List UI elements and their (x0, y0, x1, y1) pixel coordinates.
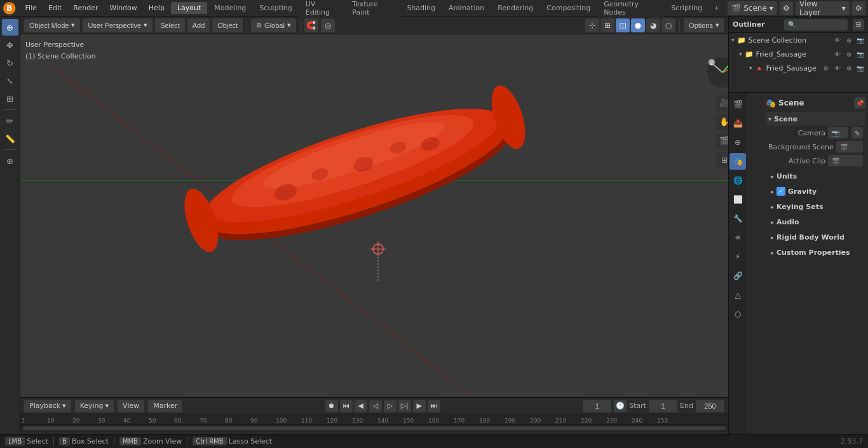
outliner-item-fried-sausage-mesh[interactable]: ▾ 🔺 Fried_Sausage ⚙ 👁 ⊕ 📷 (729, 61, 868, 75)
view-layer-selector[interactable]: View Layer ▾ (796, 1, 850, 15)
outliner-item-scene-collection[interactable]: ▾ 📁 Scene Collection 👁 ⊕ 📷 (729, 33, 868, 47)
solid-shading-button[interactable]: ● (631, 18, 645, 32)
restrict-view-icon-2[interactable]: 👁 (832, 49, 843, 59)
frame-clock-icon[interactable]: 🕐 (614, 400, 627, 412)
current-frame-input[interactable] (583, 400, 611, 412)
restrict-select-icon[interactable]: ⊕ (844, 35, 854, 45)
material-tab[interactable]: ○ (729, 306, 746, 322)
properties-pin-icon[interactable]: 📌 (854, 97, 865, 109)
record-button[interactable]: ⏺ (325, 400, 338, 412)
menu-edit[interactable]: Edit (43, 3, 67, 13)
workspace-tab-rendering[interactable]: Rendering (491, 2, 539, 14)
camera-edit-button[interactable]: ✎ (851, 127, 863, 139)
workspace-tab-layout[interactable]: Layout (171, 2, 207, 14)
workspace-add-button[interactable]: ＋ (709, 2, 724, 14)
modifier-tab[interactable]: 🔧 (729, 210, 746, 227)
marker-menu-button[interactable]: Marker (148, 400, 182, 412)
custom-props-header[interactable]: ▸ Custom Properties (766, 245, 865, 259)
transform-global-button[interactable]: ⊕ Global ▾ (251, 18, 296, 32)
render-preview-button[interactable]: ○ (661, 18, 675, 32)
workspace-tab-texture[interactable]: Texture Paint (346, 0, 400, 18)
outliner-search[interactable]: 🔍 (784, 19, 848, 31)
snap-button[interactable]: 🧲 (304, 18, 318, 32)
gravity-header[interactable]: ▸ ✓ Gravity (766, 184, 865, 198)
object-data-tab[interactable]: △ (729, 287, 746, 303)
end-frame-input[interactable] (696, 400, 724, 412)
object-tab[interactable]: ⬜ (729, 191, 746, 208)
add-button[interactable]: Add (187, 18, 210, 32)
play-button[interactable]: ▷ (384, 400, 397, 412)
active-clip-field[interactable]: 🎬 (828, 155, 863, 166)
restrict-select-icon-2[interactable]: ⊕ (844, 49, 854, 59)
viewport-gizmos-button[interactable]: ⊹ (585, 18, 599, 32)
tool-move[interactable]: ✥ (2, 37, 18, 53)
xray-button[interactable]: ◫ (616, 18, 630, 32)
view-button[interactable]: User Perspective ▾ (83, 18, 153, 32)
menu-help[interactable]: Help (144, 3, 170, 13)
restrict-render-icon-3[interactable]: 📷 (855, 63, 865, 73)
viewlayer-settings-icon[interactable]: ⚙ (852, 1, 865, 15)
tool-rotate[interactable]: ↻ (2, 55, 18, 71)
workspace-tab-uv[interactable]: UV Editing (299, 0, 346, 18)
scene-settings-icon[interactable]: ⚙ (780, 1, 793, 15)
units-header[interactable]: ▸ Units (766, 169, 865, 183)
step-forward-button[interactable]: ▷| (398, 400, 411, 412)
menu-file[interactable]: File (20, 3, 42, 13)
rigid-body-header[interactable]: ▸ Rigid Body World (766, 230, 865, 244)
keying-menu-button[interactable]: Keying ▾ (75, 400, 114, 412)
tool-scale[interactable]: ⤡ (2, 72, 18, 89)
tool-cursor[interactable]: ⊕ (2, 19, 18, 36)
tool-transform[interactable]: ⊞ (2, 90, 18, 107)
workspace-tab-geometry[interactable]: Geometry Nodes (597, 0, 664, 18)
bg-scene-field[interactable]: 🎬 (836, 141, 863, 153)
workspace-tab-sculpting[interactable]: Sculpting (253, 2, 298, 14)
timeline-ruler[interactable]: 1 10 20 30 40 50 60 70 80 90 100 110 120… (20, 414, 728, 424)
select-button[interactable]: Select (155, 18, 185, 32)
restrict-view-icon[interactable]: 👁 (832, 35, 843, 45)
jump-start-button[interactable]: ⏮ (340, 400, 353, 412)
material-preview-button[interactable]: ◕ (646, 18, 660, 32)
prev-keyframe-button[interactable]: ◀ (355, 400, 367, 412)
tool-add[interactable]: ⊕ (2, 153, 18, 169)
viewport-overlays-button[interactable]: ⊞ (600, 18, 614, 32)
next-keyframe-button[interactable]: ▶ (413, 400, 426, 412)
scene-section-header[interactable]: ▾ Scene (766, 112, 865, 126)
world-tab[interactable]: 🌐 (729, 172, 746, 189)
menu-render[interactable]: Render (68, 3, 103, 13)
proportional-edit-button[interactable]: ◎ (321, 18, 335, 32)
audio-header[interactable]: ▸ Audio (766, 215, 865, 229)
object-button[interactable]: Object (212, 18, 243, 32)
options-button[interactable]: Options ▾ (684, 18, 724, 32)
keying-sets-header[interactable]: ▸ Keying Sets (766, 200, 865, 214)
output-tab[interactable]: 📤 (729, 115, 746, 132)
mesh-settings-icon[interactable]: ⚙ (821, 63, 831, 73)
camera-field[interactable]: 📷 (828, 127, 848, 139)
restrict-render-icon-2[interactable]: 📷 (855, 49, 865, 59)
physics-tab[interactable]: ⚡ (729, 248, 746, 265)
particles-tab[interactable]: ✳ (729, 229, 746, 246)
outliner-filter-icon[interactable]: ⊟ (853, 19, 864, 31)
view-layer-tab[interactable]: ⊕ (729, 134, 746, 151)
workspace-tab-modeling[interactable]: Modeling (208, 2, 252, 14)
tool-measure[interactable]: 📏 (2, 130, 18, 147)
gravity-checkbox[interactable]: ✓ (776, 187, 785, 196)
jump-end-button[interactable]: ⏭ (428, 400, 440, 412)
restrict-select-icon-3[interactable]: ⊕ (844, 63, 854, 73)
step-back-button[interactable]: ◁ (369, 400, 382, 412)
render-tab[interactable]: 🎬 (729, 96, 746, 112)
timeline-scrollbar[interactable] (23, 426, 726, 430)
tool-annotate[interactable]: ✏ (2, 112, 18, 129)
start-frame-input[interactable] (649, 400, 677, 412)
scene-tab[interactable]: 🎭 (729, 153, 746, 170)
playback-menu-button[interactable]: Playback ▾ (24, 400, 71, 412)
workspace-tab-shading[interactable]: Shading (400, 2, 442, 14)
constraints-tab[interactable]: 🔗 (729, 268, 746, 284)
object-mode-button[interactable]: Object Mode ▾ (24, 18, 80, 32)
menu-window[interactable]: Window (104, 3, 142, 13)
restrict-view-icon-3[interactable]: 👁 (832, 63, 843, 73)
workspace-tab-animation[interactable]: Animation (442, 2, 491, 14)
viewport-3d[interactable]: X Y Z 🎥 ✋ (20, 34, 728, 397)
workspace-tab-compositing[interactable]: Compositing (540, 2, 597, 14)
workspace-tab-scripting[interactable]: Scripting (665, 2, 709, 14)
view-menu-button[interactable]: View (118, 400, 144, 412)
